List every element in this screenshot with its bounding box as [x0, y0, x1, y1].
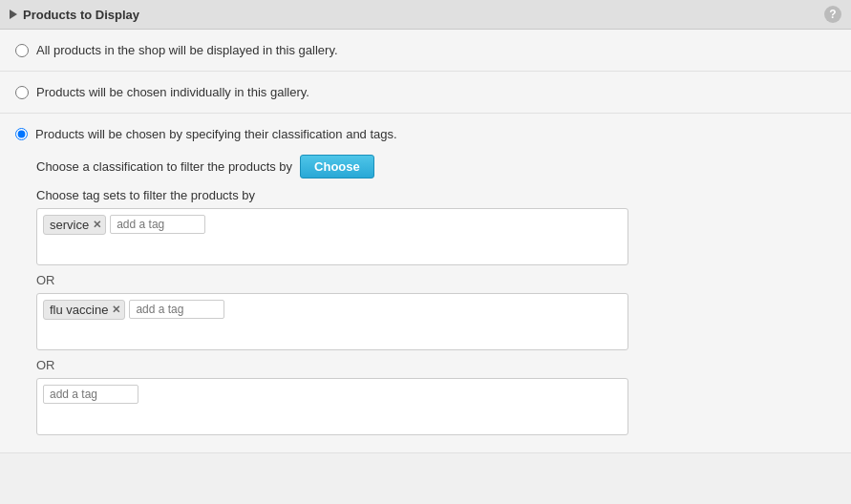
tagset-box-1: service ✕: [36, 208, 628, 265]
tagset-box-2: flu vaccine ✕: [36, 293, 628, 350]
tagset-box-3: [36, 378, 628, 435]
or-label-1: OR: [36, 273, 836, 287]
radio-all-products[interactable]: [15, 44, 29, 57]
section-content: All products in the shop will be display…: [0, 30, 851, 453]
option-row-1: All products in the shop will be display…: [0, 30, 851, 72]
option2-label[interactable]: Products will be chosen individually in …: [36, 85, 309, 99]
classification-label: Choose a classification to filter the pr…: [36, 159, 292, 174]
tag-label-service: service: [50, 218, 89, 232]
tagset-section: Choose tag sets to filter the products b…: [15, 188, 836, 265]
bottom-padding: [15, 439, 836, 452]
expand-icon: [10, 10, 17, 19]
option-row-3-expanded: Products will be chosen by specifying th…: [0, 114, 851, 453]
option1-label[interactable]: All products in the shop will be display…: [36, 43, 338, 57]
section-title: Products to Display: [23, 8, 139, 22]
section-header-left: Products to Display: [10, 8, 139, 22]
tagset-section-3: [15, 378, 836, 435]
classification-row: Choose a classification to filter the pr…: [15, 155, 836, 178]
tag-chip-flu-vaccine: flu vaccine ✕: [43, 300, 125, 320]
tag-remove-service[interactable]: ✕: [93, 219, 101, 231]
radio-classification[interactable]: [15, 128, 28, 140]
radio-individual[interactable]: [15, 86, 29, 99]
option-row-2: Products will be chosen individually in …: [0, 72, 851, 114]
help-icon[interactable]: ?: [824, 6, 841, 23]
tag-chip-service: service ✕: [43, 215, 106, 235]
radio-row-3: Products will be chosen by specifying th…: [15, 127, 836, 141]
tag-remove-flu-vaccine[interactable]: ✕: [112, 304, 120, 316]
page-container: Products to Display ? All products in th…: [0, 0, 851, 504]
section-header[interactable]: Products to Display ?: [0, 0, 851, 30]
or-label-2: OR: [36, 358, 836, 372]
option3-label[interactable]: Products will be chosen by specifying th…: [35, 127, 397, 141]
tag-input-2[interactable]: [129, 300, 224, 319]
tag-input-3[interactable]: [43, 385, 138, 404]
tagset-label: Choose tag sets to filter the products b…: [36, 188, 836, 202]
tagset-section-2: flu vaccine ✕: [15, 293, 836, 350]
choose-button[interactable]: Choose: [300, 155, 374, 178]
tag-input-1[interactable]: [110, 215, 205, 234]
tag-label-flu-vaccine: flu vaccine: [50, 303, 108, 317]
